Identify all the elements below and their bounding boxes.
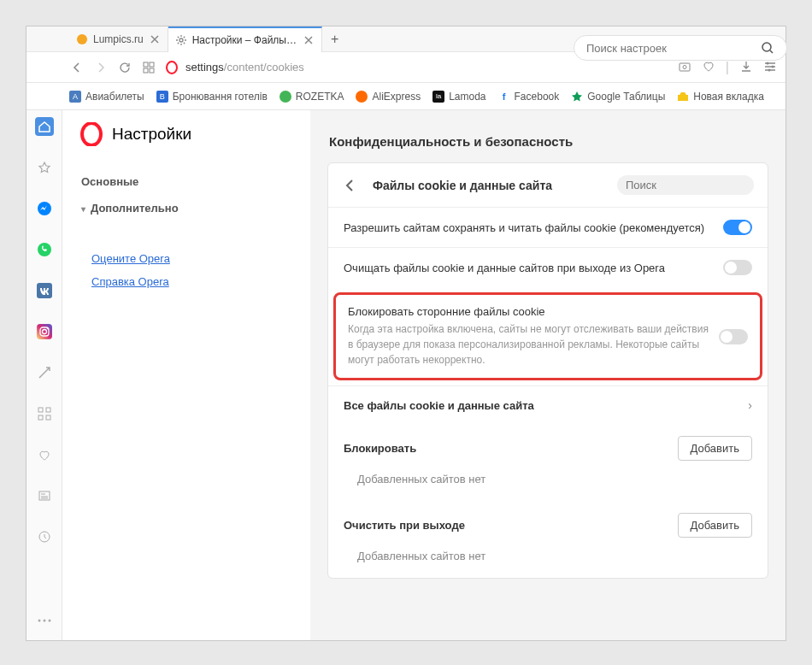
bookmark-icon: A xyxy=(69,91,81,103)
row-description: Когда эта настройка включена, сайты не м… xyxy=(348,321,709,368)
easy-setup-icon[interactable] xyxy=(763,60,777,75)
bookmark-label: Google Таблицы xyxy=(587,91,665,103)
svg-rect-24 xyxy=(46,415,50,420)
bookmark-item[interactable]: AАвиабилеты xyxy=(69,91,144,103)
svg-rect-3 xyxy=(144,62,148,67)
heart-icon[interactable] xyxy=(702,60,715,75)
toggle-block-third-party[interactable] xyxy=(719,329,748,344)
bookmark-label: AliExpress xyxy=(372,91,421,103)
back-button[interactable] xyxy=(69,60,85,75)
toggle-clear-on-exit[interactable] xyxy=(723,260,752,275)
new-tab-button[interactable]: + xyxy=(322,26,348,51)
svg-rect-17 xyxy=(37,324,52,339)
row-block-third-party[interactable]: Блокировать сторонние файлы cookie Когда… xyxy=(336,295,760,378)
sidebar-more-icon[interactable] xyxy=(35,611,54,630)
bookmark-item[interactable]: AliExpress xyxy=(356,91,421,103)
toggle-allow-cookies[interactable] xyxy=(723,220,752,235)
bookmark-icon: B xyxy=(156,91,168,103)
address-path: /content/cookies xyxy=(224,61,304,74)
subsection-title: Блокировать xyxy=(344,442,416,455)
sidebar-whatsapp-icon[interactable] xyxy=(35,240,54,259)
sidebar-flow-icon[interactable] xyxy=(35,363,54,382)
bookmark-item[interactable]: BБронювання готелів xyxy=(156,91,268,103)
address-prefix: settings xyxy=(185,61,224,74)
row-all-cookies-data[interactable]: Все файлы cookie и данные сайта › xyxy=(328,385,768,424)
sidebar-bookmarks-icon[interactable] xyxy=(35,158,54,177)
svg-point-0 xyxy=(77,34,87,44)
empty-block-list: Добавленных сайтов нет xyxy=(328,464,768,501)
bookmark-item[interactable]: ROZETKA xyxy=(279,91,344,103)
bookmark-item[interactable]: laLamoda xyxy=(432,91,485,103)
address-input[interactable]: settings/content/cookies xyxy=(165,61,669,74)
link-help-opera[interactable]: Справка Opera xyxy=(91,270,281,293)
svg-point-20 xyxy=(46,328,48,330)
bookmark-label: Facebook xyxy=(515,91,560,103)
svg-point-29 xyxy=(48,620,50,622)
nav-advanced[interactable]: Дополнительно xyxy=(81,195,291,221)
svg-rect-13 xyxy=(678,95,688,101)
sidebar-speed-dial-icon[interactable] xyxy=(35,404,54,423)
tab-title: Настройки – Файлы cookie xyxy=(192,34,297,46)
card-title: Файлы cookie и данные сайта xyxy=(373,179,603,192)
svg-rect-8 xyxy=(680,63,690,71)
add-clear-exit-button[interactable]: Добавить xyxy=(678,513,752,538)
reload-button[interactable] xyxy=(117,60,132,75)
opera-logo-icon xyxy=(79,122,103,146)
row-label: Разрешить сайтам сохранять и читать файл… xyxy=(344,221,713,234)
gear-icon xyxy=(175,34,187,46)
svg-point-9 xyxy=(683,65,686,68)
bookmark-label: Авиабилеты xyxy=(85,91,144,103)
tab-lumpics[interactable]: Lumpics.ru xyxy=(69,26,168,52)
sidebar xyxy=(26,110,62,640)
forward-button[interactable] xyxy=(93,60,109,75)
svg-rect-6 xyxy=(150,68,154,73)
tab-settings[interactable]: Настройки – Файлы cookie xyxy=(168,26,322,52)
sidebar-personal-news-icon[interactable] xyxy=(35,445,54,464)
svg-point-7 xyxy=(167,62,177,74)
card-search[interactable] xyxy=(617,175,754,195)
back-arrow-icon[interactable] xyxy=(342,177,359,194)
svg-rect-5 xyxy=(144,68,148,73)
subsection-block: Блокировать Добавить xyxy=(328,424,768,464)
svg-rect-21 xyxy=(38,408,43,412)
add-block-button[interactable]: Добавить xyxy=(678,436,752,461)
svg-point-12 xyxy=(768,68,771,71)
bookmark-label: Бронювання готелів xyxy=(173,91,268,103)
snapshot-icon[interactable] xyxy=(678,60,691,75)
svg-point-11 xyxy=(772,65,774,68)
bookmark-label: Новая вкладка xyxy=(693,91,764,103)
sidebar-news-icon[interactable] xyxy=(35,486,54,505)
bookmark-item[interactable]: Google Таблицы xyxy=(571,91,665,103)
svg-point-30 xyxy=(82,123,101,145)
svg-rect-23 xyxy=(38,415,43,420)
bookmark-icon: f xyxy=(498,91,510,103)
speed-dial-button[interactable] xyxy=(141,60,156,75)
section-title: Конфиденциальность и безопасность xyxy=(327,126,768,162)
nav-basic[interactable]: Основные xyxy=(81,168,291,195)
chevron-right-icon: › xyxy=(748,398,752,412)
sidebar-messenger-icon[interactable] xyxy=(35,199,54,218)
sidebar-history-icon[interactable] xyxy=(35,527,54,546)
bookmark-item[interactable]: fFacebook xyxy=(498,91,560,103)
row-label: Блокировать сторонние файлы cookie xyxy=(348,305,709,318)
bookmark-label: Lamoda xyxy=(449,91,485,103)
bookmark-icon xyxy=(677,91,689,103)
svg-rect-22 xyxy=(46,408,50,412)
sidebar-instagram-icon[interactable] xyxy=(35,322,54,341)
sidebar-vk-icon[interactable] xyxy=(35,281,54,300)
opera-icon xyxy=(165,61,179,74)
close-icon[interactable] xyxy=(149,33,161,45)
close-icon[interactable] xyxy=(303,34,315,46)
bookmark-icon xyxy=(571,91,583,103)
row-clear-on-exit[interactable]: Очищать файлы cookie и данные сайтов при… xyxy=(328,247,768,287)
svg-point-1 xyxy=(179,38,183,42)
row-allow-cookies[interactable]: Разрешить сайтам сохранять и читать файл… xyxy=(328,207,768,247)
link-rate-opera[interactable]: Оцените Opera xyxy=(91,247,281,270)
bookmark-icon xyxy=(279,91,291,103)
card-search-input[interactable] xyxy=(626,179,769,191)
bookmark-item[interactable]: Новая вкладка xyxy=(677,91,764,103)
sidebar-home-icon[interactable] xyxy=(35,117,54,136)
download-icon[interactable] xyxy=(739,60,753,75)
settings-main: Конфиденциальность и безопасность Файлы … xyxy=(310,110,786,640)
svg-point-10 xyxy=(767,62,769,64)
